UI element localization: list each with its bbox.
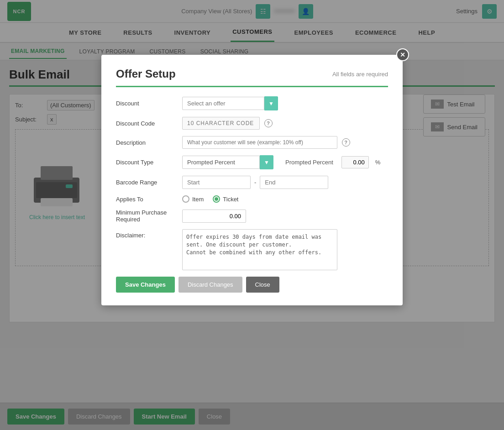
radio-ticket-label[interactable]: Ticket: [213, 195, 238, 203]
prompted-percent-label: Prompted Percent: [285, 159, 333, 166]
applies-to-row: Applies To Item Ticket: [116, 195, 388, 203]
discount-type-input[interactable]: [182, 156, 260, 169]
barcode-start-input[interactable]: [182, 176, 251, 189]
modal-discard-button[interactable]: Discard Changes: [178, 277, 242, 293]
min-purchase-input[interactable]: [182, 210, 246, 223]
discount-dropdown-arrow[interactable]: ▼: [264, 96, 278, 110]
description-input[interactable]: [182, 136, 337, 149]
applies-to-label: Applies To: [116, 196, 182, 203]
barcode-row: -: [182, 176, 388, 189]
discount-code-control: ?: [182, 117, 388, 130]
discount-select-input[interactable]: [182, 97, 264, 110]
discount-type-label: Discount Type: [116, 159, 182, 166]
type-row: ▼ Prompted Percent %: [182, 155, 388, 169]
applies-to-control: Item Ticket: [182, 195, 388, 203]
description-control: ?: [182, 136, 388, 149]
radio-item-label[interactable]: Item: [182, 195, 204, 203]
radio-ticket-circle[interactable]: [213, 195, 220, 203]
discount-select-wrapper: ▼: [182, 96, 388, 110]
discount-row: Discount ▼: [116, 96, 388, 110]
disclaimer-label: Disclaimer:: [116, 229, 182, 239]
min-purchase-label: Minimum Purchase Required: [116, 209, 182, 223]
discount-code-help-icon[interactable]: ?: [264, 119, 273, 127]
percent-sign: %: [375, 159, 381, 166]
modal-header: Offer Setup All fields are required: [116, 68, 388, 80]
discount-type-control: ▼ Prompted Percent %: [182, 155, 388, 169]
min-purchase-control: [182, 210, 388, 223]
description-label: Description: [116, 139, 182, 146]
description-help-icon[interactable]: ?: [342, 138, 350, 147]
modal-subtitle: All fields are required: [332, 71, 388, 78]
modal-buttons: Save Changes Discard Changes Close: [116, 277, 388, 293]
discount-control: ▼: [182, 96, 388, 110]
type-select-wrapper: ▼: [182, 155, 273, 169]
barcode-range-label: Barcode Range: [116, 179, 182, 186]
modal-close-button[interactable]: ✕: [396, 48, 409, 61]
modal-offer-setup: ✕ Offer Setup All fields are required Di…: [101, 55, 403, 305]
discount-code-row: Discount Code ?: [116, 117, 388, 130]
modal-title: Offer Setup: [116, 68, 176, 80]
discount-type-row: Discount Type ▼ Prompted Percent %: [116, 155, 388, 169]
radio-group: Item Ticket: [182, 195, 388, 203]
barcode-end-input[interactable]: [260, 176, 328, 189]
disclaimer-textarea[interactable]: [182, 229, 337, 270]
barcode-dash: -: [254, 179, 256, 186]
percent-input[interactable]: [341, 156, 369, 168]
overlay: ✕ Offer Setup All fields are required Di…: [0, 0, 504, 430]
barcode-range-control: -: [182, 176, 388, 189]
discount-code-label: Discount Code: [116, 120, 182, 127]
modal-close-btn[interactable]: Close: [246, 277, 279, 293]
barcode-range-row: Barcode Range -: [116, 176, 388, 189]
min-purchase-row: Minimum Purchase Required: [116, 209, 388, 223]
disclaimer-row: Disclaimer:: [116, 229, 388, 270]
discount-label: Discount: [116, 100, 182, 107]
discount-type-arrow[interactable]: ▼: [260, 155, 273, 169]
radio-item-circle[interactable]: [182, 195, 189, 203]
discount-code-input[interactable]: [182, 117, 260, 130]
modal-divider: [116, 86, 388, 87]
description-row: Description ?: [116, 136, 388, 149]
modal-save-button[interactable]: Save Changes: [116, 277, 175, 293]
